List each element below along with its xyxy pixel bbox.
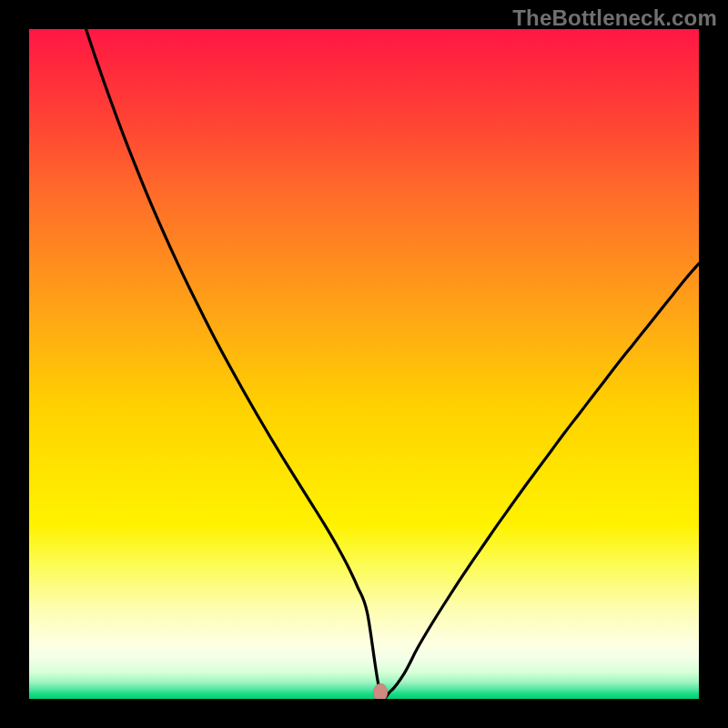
min-marker-icon — [373, 683, 388, 699]
bottleneck-curve — [29, 29, 699, 699]
plot-area — [29, 29, 699, 699]
watermark-text: TheBottleneck.com — [512, 5, 717, 31]
chart-frame: TheBottleneck.com — [0, 0, 728, 728]
